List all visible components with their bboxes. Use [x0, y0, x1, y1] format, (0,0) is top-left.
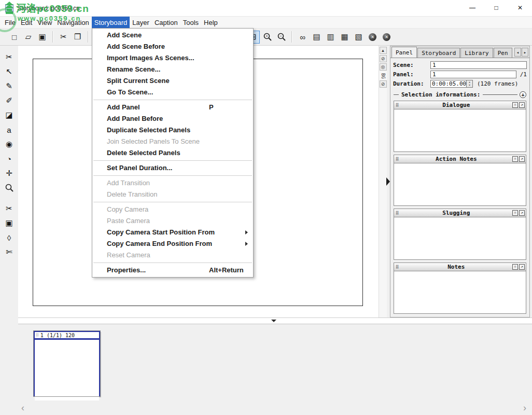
menubar-item-caption[interactable]: Caption	[152, 17, 180, 28]
tool-cutter-2[interactable]: ✂	[3, 202, 16, 215]
menu-item-copy-camera-end-position-from[interactable]: Copy Camera End Position From	[92, 238, 253, 250]
caption-drag-handle[interactable]: ⠿	[396, 211, 399, 216]
menu-item-import-images-as-scenes[interactable]: Import Images As Scenes...	[92, 52, 253, 64]
close-button[interactable]: ✕	[508, 0, 532, 16]
tab-panel[interactable]: Panel	[391, 47, 417, 58]
matte-sphere-button[interactable]: ✕	[380, 31, 393, 44]
menubar-item-layer[interactable]: Layer	[130, 17, 152, 28]
caption-drag-handle[interactable]: ⠿	[396, 265, 399, 270]
maximize-button[interactable]: □	[484, 0, 508, 16]
duplicate-panel-button[interactable]: ▦	[338, 31, 351, 44]
tool-perspective[interactable]: ◊	[3, 231, 16, 244]
caption-minimize-icon[interactable]: ▫	[512, 156, 518, 162]
menu-item-duplicate-selected-panels[interactable]: Duplicate Selected Panels	[92, 125, 253, 136]
menubar-item-view[interactable]: View	[35, 17, 54, 28]
menu-item-rename-scene[interactable]: Rename Scene...	[92, 64, 253, 75]
tool-knife[interactable]: ✄	[3, 245, 16, 259]
panel-thumbnail[interactable]: ⠿ 1 (1/1) 120	[34, 331, 100, 396]
zoom-in-button[interactable]: +	[261, 31, 274, 44]
open-button[interactable]: ▱	[22, 31, 35, 44]
caption-drag-handle[interactable]: ⠿	[396, 157, 399, 162]
tool-brush[interactable]: ✎	[3, 79, 16, 93]
panel-splitter-handle[interactable]	[386, 177, 390, 186]
caption-header-action-notes[interactable]: ⠿Action Notes▫↗	[394, 155, 526, 163]
menu-item-add-scene[interactable]: Add Scene	[92, 30, 253, 41]
caption-minimize-icon[interactable]: ▫	[512, 264, 518, 270]
menu-item-properties[interactable]: Properties...Alt+Return	[92, 265, 253, 276]
scroll-down-icon[interactable]	[271, 320, 276, 322]
menubar-item-help[interactable]: Help	[201, 17, 220, 28]
tool-contour-editor[interactable]: ▣	[3, 216, 16, 230]
scene-input[interactable]: 1	[430, 61, 527, 69]
scroll-up-icon[interactable]: ▴	[380, 47, 387, 54]
menubar-item-edit[interactable]: Edit	[18, 17, 35, 28]
minimize-button[interactable]: —	[460, 0, 484, 16]
menubar-item-file[interactable]: File	[2, 17, 18, 28]
caption-text-area-action-notes[interactable]	[394, 163, 526, 206]
save-button[interactable]: ▣	[36, 31, 49, 44]
caption-detach-icon[interactable]: ↗	[519, 102, 525, 108]
timeline-scrollbar[interactable]: ‹ ›	[0, 400, 532, 415]
tool-eraser[interactable]: ◪	[3, 108, 16, 122]
tab-pen[interactable]: Pen	[494, 48, 512, 58]
duration-decrement-button[interactable]: ▾	[467, 84, 472, 87]
menu-item-add-scene-before[interactable]: Add Scene Before	[92, 41, 253, 52]
menu-item-split-current-scene[interactable]: Split Current Scene	[92, 75, 253, 87]
caption-minimize-icon[interactable]: ▫	[512, 102, 518, 108]
menu-item-add-panel[interactable]: Add PanelP	[92, 102, 253, 113]
copy-button[interactable]: ❐	[71, 31, 84, 44]
thumbnails-panel: ⠿ 1 (1/1) 120	[0, 324, 532, 400]
caption-detach-icon[interactable]: ↗	[519, 156, 525, 162]
caption-text-area-slugging[interactable]	[394, 217, 526, 260]
delete-panel-button[interactable]: ▧	[352, 31, 365, 44]
caption-header-icons: ▫↗	[512, 210, 526, 216]
tool-zoom[interactable]	[3, 181, 16, 195]
render-sphere-button[interactable]: ✕	[366, 31, 379, 44]
tool-hand[interactable]: ✛	[3, 167, 16, 180]
caption-detach-icon[interactable]: ↗	[519, 210, 525, 216]
menubar-item-navigation[interactable]: Navigation	[54, 17, 91, 28]
menu-item-copy-camera-start-position-from[interactable]: Copy Camera Start Position From	[92, 227, 253, 238]
menu-item-add-panel-before[interactable]: Add Panel Before	[92, 113, 253, 125]
add-panel-before-button[interactable]: ▥	[324, 31, 337, 44]
caption-header-dialogue[interactable]: ⠿Dialogue▫↗	[394, 101, 526, 109]
cut-button[interactable]: ✂	[57, 31, 70, 44]
transition-button[interactable]: ∞	[296, 31, 309, 44]
tool-pencil[interactable]: ✐	[3, 94, 16, 107]
camera-mask-icon[interactable]: ⊘	[380, 55, 387, 62]
expand-selection-info-button[interactable]: +	[520, 91, 526, 98]
thumbnail-drag-handle[interactable]: ⠿	[36, 333, 39, 338]
menu-item-delete-selected-panels[interactable]: Delete Selected Panels	[92, 147, 253, 159]
zoom-out-button[interactable]: −	[275, 31, 288, 44]
add-panel-button[interactable]: ▤	[310, 31, 323, 44]
caption-minimize-icon[interactable]: ▫	[512, 210, 518, 216]
menu-item-go-to-scene[interactable]: Go To Scene...	[92, 87, 253, 98]
menu-item-set-panel-duration[interactable]: Set Panel Duration...	[92, 162, 253, 174]
caption-header-slugging[interactable]: ⠿Slugging▫↗	[394, 209, 526, 217]
tab-scroll-left-button[interactable]: ◂	[514, 48, 521, 57]
caption-header-notes[interactable]: ⠿Notes▫↗	[394, 262, 526, 271]
tool-cutter[interactable]: ✂	[3, 50, 16, 64]
scroll-left-button[interactable]: ‹	[17, 400, 29, 415]
duration-spinner: ▴ ▾	[467, 80, 473, 88]
tool-select[interactable]: ↖	[3, 65, 16, 78]
scroll-right-button[interactable]: ›	[519, 400, 531, 415]
menubar-item-tools[interactable]: Tools	[180, 17, 201, 28]
tab-storyboard[interactable]: Storyboard	[417, 48, 460, 58]
hide-bg-icon[interactable]: ⊘	[380, 80, 387, 88]
new-storyboard-button[interactable]: □	[8, 31, 21, 44]
caption-drag-handle[interactable]: ⠿	[396, 103, 399, 108]
tool-dropper[interactable]: ◔	[3, 152, 16, 165]
tool-paint[interactable]: ◉	[3, 137, 16, 151]
caption-detach-icon[interactable]: ↗	[519, 264, 525, 270]
tab-scroll-right-button[interactable]: ▸	[522, 48, 528, 57]
panel-sidebar: PanelStoryboardLibraryPen ◂ ▸ Scene: 1 P…	[390, 46, 530, 317]
tab-library[interactable]: Library	[460, 48, 493, 58]
camera-frame-icon[interactable]: ◎	[380, 63, 387, 71]
caption-text-area-notes[interactable]	[394, 271, 526, 314]
menubar-item-storyboard[interactable]: Storyboard	[92, 17, 130, 28]
panel-input[interactable]: 1	[430, 71, 516, 78]
tool-text[interactable]: a	[3, 123, 16, 136]
caption-text-area-dialogue[interactable]	[394, 109, 526, 152]
duration-input[interactable]: 0:00:05.00	[430, 80, 467, 88]
